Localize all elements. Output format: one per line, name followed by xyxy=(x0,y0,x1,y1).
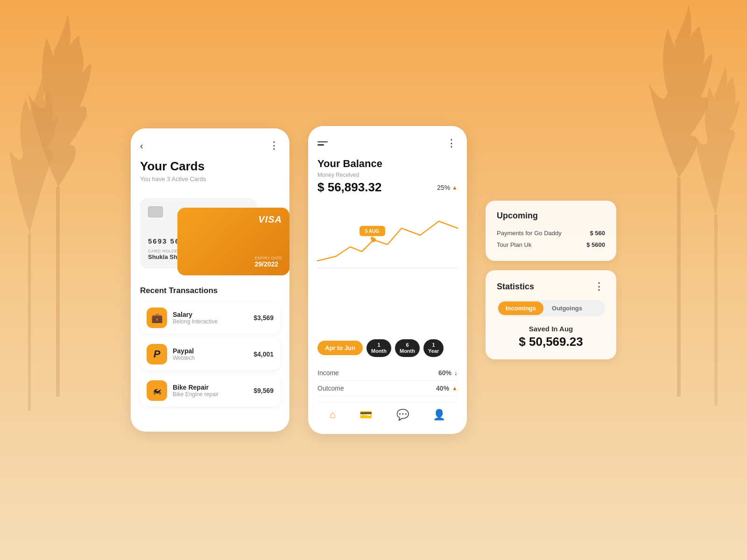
toggle-incomings[interactable]: Incomings xyxy=(498,301,543,315)
balance-title: Your Balance xyxy=(317,158,458,170)
upcoming-title: Upcoming xyxy=(497,211,605,221)
balance-header: ⋮ xyxy=(317,137,458,149)
bike-info: Bike Repair Bike Engine repair xyxy=(173,384,248,398)
back-button[interactable]: ‹ xyxy=(140,140,143,151)
bike-name: Bike Repair xyxy=(173,384,248,391)
upcoming-item: Payments for Go Daddy $ 560 xyxy=(497,227,605,239)
svg-marker-9 xyxy=(370,236,374,239)
paypal-sub: Webtech xyxy=(173,355,248,361)
outcome-row: Outcome 40% ▲ xyxy=(317,381,458,396)
bike-icon: 🏍 xyxy=(147,380,167,401)
transaction-item: P Paypal Webtech $4,001 xyxy=(140,338,280,370)
balance-percent: 25% ▲ xyxy=(437,184,458,191)
nav-home-icon[interactable]: ⌂ xyxy=(330,409,336,421)
upcoming-card: Upcoming Payments for Go Daddy $ 560 Tou… xyxy=(486,201,616,261)
transaction-item: 💼 Salary Belong Interactive $3,569 xyxy=(140,302,280,334)
period-buttons: Apr to Jun 1 Month 6 Month 1 Year xyxy=(317,339,458,357)
paypal-amount: $4,001 xyxy=(254,350,274,358)
cards-header: ‹ ⋮ xyxy=(140,140,280,152)
balance-amount-row: $ 56,893.32 25% ▲ xyxy=(317,180,458,195)
stats-header: Statistics ⋮ xyxy=(497,280,605,293)
credit-card-front: VISA Expiry Date 29/2022 xyxy=(177,208,289,275)
income-arrow-icon: ↓ xyxy=(454,369,458,377)
salary-icon: 💼 xyxy=(147,308,167,328)
period-btn-6month[interactable]: 6 Month xyxy=(395,339,420,357)
transaction-list: 💼 Salary Belong Interactive $3,569 P Pay… xyxy=(140,302,280,406)
upcoming-item: Tour Plan Uk $ 5600 xyxy=(497,239,605,251)
cards-subtitle: You have 3 Active Cards xyxy=(140,175,280,182)
chip-icon xyxy=(148,206,163,217)
balance-amount: $ 56,893.32 xyxy=(317,180,381,195)
income-row: Income 60% ↓ xyxy=(317,365,458,381)
toggle-outgoings[interactable]: Outgoings xyxy=(544,301,590,315)
bike-sub: Bike Engine repair xyxy=(173,391,248,398)
paypal-icon: P xyxy=(147,344,167,364)
salary-amount: $3,569 xyxy=(254,314,274,322)
bike-amount: $9,569 xyxy=(254,387,274,394)
cards-title: Your Cards xyxy=(140,159,280,174)
more-options-button[interactable]: ⋮ xyxy=(269,140,280,152)
upcoming-item-amount-1: $ 560 xyxy=(590,230,605,237)
period-btn-1month[interactable]: 1 Month xyxy=(366,339,391,357)
hamburger-menu[interactable] xyxy=(317,141,328,146)
expiry-date-front: Expiry Date 29/2022 xyxy=(254,256,282,268)
nav-profile-icon[interactable]: 👤 xyxy=(433,409,445,421)
stats-more-button[interactable]: ⋮ xyxy=(594,280,605,293)
saved-amount: $ 50,569.23 xyxy=(497,335,605,349)
salary-info: Salary Belong Interactive xyxy=(173,311,248,325)
nav-chat-icon[interactable]: 💬 xyxy=(396,409,409,421)
outcome-pct: 40% ▲ xyxy=(436,385,458,392)
statistics-card: Statistics ⋮ Incomings Outgoings Saved I… xyxy=(486,270,616,359)
balance-more-button[interactable]: ⋮ xyxy=(446,137,458,149)
saved-label: Saved In Aug xyxy=(497,325,605,333)
income-label: Income xyxy=(317,369,339,377)
visa-logo-white: VISA xyxy=(258,214,282,224)
period-btn-apr-jun[interactable]: Apr to Jun xyxy=(317,341,363,355)
paypal-name: Paypal xyxy=(173,347,248,355)
bottom-nav: ⌂ 💳 💬 👤 xyxy=(317,402,458,423)
transactions-title: Recent Transactions xyxy=(140,286,280,295)
outcome-label: Outcome xyxy=(317,385,344,392)
nav-card-icon[interactable]: 💳 xyxy=(359,409,372,421)
transaction-item: 🏍 Bike Repair Bike Engine repair $9,569 xyxy=(140,375,280,406)
salary-sub: Belong Interactive xyxy=(173,318,248,325)
period-btn-1year[interactable]: 1 Year xyxy=(423,339,444,357)
toggle-group: Incomings Outgoings xyxy=(497,300,605,316)
outcome-arrow-icon: ▲ xyxy=(452,385,458,392)
right-panel: Upcoming Payments for Go Daddy $ 560 Tou… xyxy=(486,201,616,359)
upcoming-item-amount-2: $ 5600 xyxy=(586,241,605,248)
balance-screen: ⋮ Your Balance Money Received $ 56,893.3… xyxy=(308,126,467,434)
up-arrow-icon: ▲ xyxy=(452,184,458,191)
cards-stack: VISA 5693 5692 0007 5269 CARD HOLDER Exp… xyxy=(140,194,280,273)
main-container: ‹ ⋮ Your Cards You have 3 Active Cards V… xyxy=(0,0,747,560)
your-cards-screen: ‹ ⋮ Your Cards You have 3 Active Cards V… xyxy=(131,128,289,432)
salary-name: Salary xyxy=(173,311,248,318)
paypal-info: Paypal Webtech xyxy=(173,347,248,361)
upcoming-item-name-1: Payments for Go Daddy xyxy=(497,230,562,237)
income-pct: 60% ↓ xyxy=(438,369,458,377)
stats-title: Statistics xyxy=(497,282,534,292)
money-received-label: Money Received xyxy=(317,172,458,178)
upcoming-item-name-2: Tour Plan Uk xyxy=(497,241,531,248)
svg-text:5 AUG: 5 AUG xyxy=(365,229,379,234)
chart-area: 5 AUG xyxy=(316,200,459,332)
